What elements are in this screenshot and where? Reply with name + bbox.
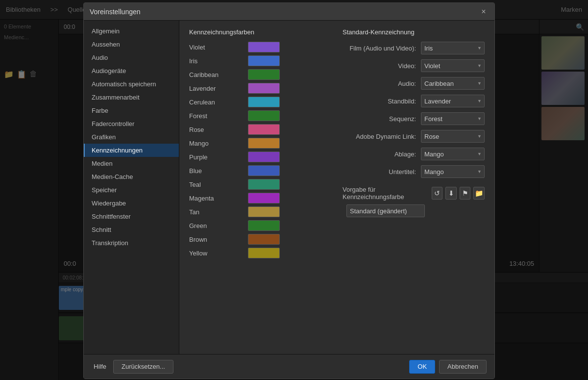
std-select-video[interactable]: Violet [421, 59, 485, 72]
hilfe-button[interactable]: Hilfe [92, 360, 108, 374]
dialog-titlebar: Voreinstellungen × [84, 3, 494, 21]
std-select-audio[interactable]: Caribbean [421, 77, 485, 90]
color-row-forest: Forest [189, 110, 323, 121]
color-label-mango: Mango [189, 140, 248, 147]
nav-item-zusammenarbeit[interactable]: Zusammenarbeit [84, 91, 179, 104]
color-row-green: Green [189, 220, 323, 231]
std-row-sequenz: Sequenz: Forest [343, 112, 485, 125]
std-select-film[interactable]: Iris [421, 42, 485, 54]
nav-item-grafiken[interactable]: Grafiken [84, 130, 179, 144]
std-row-standbild: Standbild: Lavender [343, 95, 485, 107]
color-label-brown: Brown [189, 236, 248, 243]
color-swatch-purple[interactable] [248, 152, 280, 162]
vorgabe-folder-button[interactable]: 📁 [473, 187, 485, 200]
nav-item-kennzeichnungen[interactable]: Kennzeichnungen [84, 144, 179, 157]
color-label-blue: Blue [189, 167, 248, 175]
std-select-ablage[interactable]: Mango [421, 148, 485, 160]
std-row-audio: Audio: Caribbean [343, 77, 485, 90]
std-select-wrapper-video: Violet [421, 59, 485, 72]
color-swatch-green[interactable] [248, 220, 280, 231]
color-swatch-yellow[interactable] [248, 248, 280, 258]
nav-item-automatisch[interactable]: Automatisch speichern [84, 77, 179, 91]
color-row-purple: Purple [189, 152, 323, 162]
two-column-layout: Kennzeichnungsfarben Violet Iris Caribbe… [189, 28, 485, 261]
nav-item-speicher[interactable]: Speicher [84, 183, 179, 197]
color-swatch-rose[interactable] [248, 124, 280, 135]
std-row-adobe-link: Adobe Dynamic Link: Rose [343, 130, 485, 143]
vorgabe-undo-button[interactable]: ↺ [432, 187, 443, 200]
standard-kennzeichnung-section: Standard-Kennzeichnung Film (Audio und V… [343, 28, 485, 261]
color-swatch-caribbean[interactable] [248, 69, 280, 80]
color-swatch-iris[interactable] [248, 55, 280, 66]
color-row-brown: Brown [189, 234, 323, 245]
std-select-wrapper-ablage: Mango [421, 148, 485, 160]
footer-right-buttons: OK Abbrechen [409, 360, 487, 374]
color-row-cerulean: Cerulean [189, 97, 323, 107]
color-label-caribbean: Caribbean [189, 71, 248, 78]
vorgabe-flag-button[interactable]: ⚑ [460, 187, 471, 200]
color-label-magenta: Magenta [189, 195, 248, 202]
abbrechen-button[interactable]: Abbrechen [439, 360, 487, 374]
nav-item-farbe[interactable]: Farbe [84, 104, 179, 117]
vorgabe-save-button[interactable]: ⬇ [445, 187, 457, 200]
nav-item-wiedergabe[interactable]: Wiedergabe [84, 197, 179, 210]
color-swatch-blue[interactable] [248, 165, 280, 176]
color-row-violet: Violet [189, 42, 323, 52]
nav-item-schnitt[interactable]: Schnitt [84, 223, 179, 236]
std-row-film: Film (Audio und Video): Iris [343, 42, 485, 54]
color-label-iris: Iris [189, 57, 248, 65]
color-swatch-mango[interactable] [248, 138, 280, 149]
std-select-wrapper-sequenz: Forest [421, 112, 485, 125]
color-swatch-cerulean[interactable] [248, 97, 280, 107]
nav-item-fadercontroller[interactable]: Fadercontroller [84, 117, 179, 130]
dialog-close-button[interactable]: × [479, 7, 489, 17]
color-swatch-magenta[interactable] [248, 193, 280, 203]
std-select-sequenz[interactable]: Forest [421, 112, 485, 125]
std-select-adobe[interactable]: Rose [421, 130, 485, 143]
std-label-ablage: Ablage: [343, 151, 421, 158]
standard-title: Standard-Kennzeichnung [343, 28, 485, 36]
nav-item-medien[interactable]: Medien [84, 157, 179, 170]
footer-left-buttons: Hilfe Zurücksetzen... [92, 360, 173, 374]
nav-item-aussehen[interactable]: Aussehen [84, 38, 179, 51]
std-select-wrapper-standbild: Lavender [421, 95, 485, 107]
std-select-wrapper-film: Iris [421, 42, 485, 54]
color-row-yellow: Yellow [189, 248, 323, 258]
ok-button[interactable]: OK [409, 360, 435, 374]
color-label-tan: Tan [189, 208, 248, 216]
color-label-teal: Teal [189, 181, 248, 188]
color-swatch-violet[interactable] [248, 42, 280, 52]
color-label-rose: Rose [189, 126, 248, 133]
vorgabe-label: Vorgabe für Kennzeichnungsfarbe [343, 186, 425, 201]
std-select-untertitel[interactable]: Mango [421, 165, 485, 178]
color-label-cerulean: Cerulean [189, 99, 248, 106]
nav-item-schnittfenster[interactable]: Schnittfenster [84, 210, 179, 223]
std-row-untertitel: Untertitel: Mango [343, 165, 485, 178]
nav-item-audio[interactable]: Audio [84, 51, 179, 64]
nav-item-allgemein[interactable]: Allgemein [84, 25, 179, 38]
color-row-caribbean: Caribbean [189, 69, 323, 80]
color-row-teal: Teal [189, 179, 323, 190]
std-label-video: Video: [343, 62, 421, 70]
std-label-audio: Audio: [343, 80, 421, 87]
std-label-standbild: Standbild: [343, 98, 421, 105]
zuruecksetzen-button[interactable]: Zurücksetzen... [113, 360, 173, 374]
color-label-yellow: Yellow [189, 250, 248, 257]
std-row-video: Video: Violet [343, 59, 485, 72]
nav-item-transkription[interactable]: Transkription [84, 236, 179, 250]
nav-item-medien-cache[interactable]: Medien-Cache [84, 170, 179, 183]
color-swatch-teal[interactable] [248, 179, 280, 190]
dialog-body: Allgemein Aussehen Audio Audiogeräte Aut… [84, 21, 494, 354]
std-select-standbild[interactable]: Lavender [421, 95, 485, 107]
dialog-title: Voreinstellungen [90, 8, 141, 16]
color-label-violet: Violet [189, 44, 248, 51]
std-label-film: Film (Audio und Video): [343, 45, 421, 52]
nav-item-audiogeraete[interactable]: Audiogeräte [84, 64, 179, 77]
color-swatch-tan[interactable] [248, 206, 280, 217]
color-row-tan: Tan [189, 206, 323, 217]
preset-name-input[interactable] [346, 204, 425, 217]
color-swatch-forest[interactable] [248, 110, 280, 121]
color-swatch-lavender[interactable] [248, 83, 280, 94]
std-row-ablage: Ablage: Mango [343, 148, 485, 160]
color-swatch-brown[interactable] [248, 234, 280, 245]
